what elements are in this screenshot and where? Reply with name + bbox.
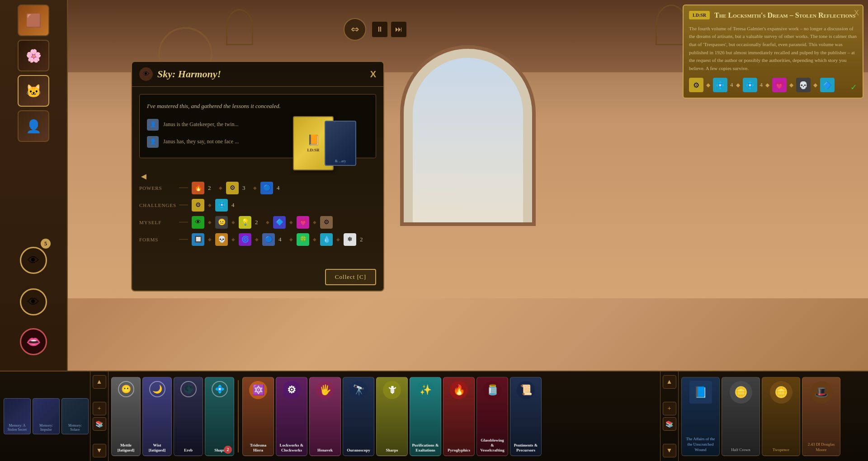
shapt-face: 💠 — [212, 381, 228, 397]
forms-icon-3[interactable]: 🌀 — [239, 233, 251, 246]
myself-icon-2[interactable]: 😐 — [215, 216, 228, 229]
panel-divider-2: ◆ — [736, 82, 740, 89]
panel-icon-2[interactable]: 💠 — [713, 78, 727, 92]
book-icon-btn[interactable]: 📚 — [93, 417, 106, 431]
memory-card-3[interactable]: Memory: Solace — [61, 398, 89, 434]
book-icon-btn-right[interactable]: 📚 — [663, 417, 676, 431]
sidebar-card-4[interactable]: 👤 — [18, 110, 49, 142]
myself-icon-6[interactable]: ⚙ — [320, 216, 333, 229]
forms-icon-5[interactable]: 🍀 — [297, 233, 309, 246]
forms-icon-7[interactable]: ❄ — [344, 233, 356, 246]
sidebar-card-2[interactable]: 🌸 — [18, 40, 49, 71]
challenges-icon-2[interactable]: 💠 — [215, 199, 228, 212]
arrow-up-right-icon: ▲ — [666, 378, 673, 386]
sidebar-card-3[interactable]: 🐱 — [18, 75, 49, 107]
panel-icon-4[interactable]: 💗 — [772, 78, 787, 92]
panel-divider-5: ◆ — [813, 82, 817, 89]
myself-diamond-4: ◆ — [289, 220, 293, 225]
myself-icon-5[interactable]: 💗 — [297, 216, 309, 229]
pause-icon: ⏸ — [376, 25, 383, 33]
book-info-panel: X LD:SR The Locksmith's Dream – Stolen R… — [683, 5, 863, 99]
myself-icon-3[interactable]: 💡 — [239, 216, 251, 229]
toolbar-gear-btn-1[interactable]: ⇔ — [344, 18, 366, 41]
person-icon-2: 👤 — [150, 138, 156, 145]
forms-icon-2[interactable]: 💀 — [215, 233, 228, 246]
skill-sharps[interactable]: 🗡 Sharps — [376, 377, 408, 456]
powers-icon-2[interactable]: ⚙ — [226, 182, 239, 194]
skill-lockworks[interactable]: ⚙ Lockworks & Clockworks — [276, 377, 307, 456]
sidebar-lip-icon[interactable]: 👄 — [20, 328, 47, 355]
skill-henavek[interactable]: 🖐 Henavek — [309, 377, 341, 456]
book-badge: LD:SR — [689, 11, 710, 19]
book-panel-icons: ⚙ ◆ 💠 4 ◆ 💠 4 ◆ 💗 ◆ 💀 ◆ 🔷 — [689, 78, 857, 92]
nav-arrow-down-right[interactable]: ▼ — [663, 444, 676, 457]
skill-card-shapt[interactable]: 💠 Shapt 2 — [205, 377, 234, 456]
card-display-area: 📙 LD:SR & ...ary — [284, 98, 365, 188]
book-panel-header: LD:SR The Locksmith's Dream – Stolen Ref… — [689, 11, 857, 20]
list-item-2-icon: 👤 — [147, 136, 159, 148]
powers-icon-3[interactable]: 🔵 — [260, 182, 273, 194]
skill-pentiments[interactable]: 📜 Pentiments & Precursors — [510, 377, 542, 456]
memory-card-1-text: Memory: A Stolen Secret — [6, 423, 28, 432]
forms-row: Forms 🔲 ◆ 💀 ◆ 🌀 ◆ 🔵 4 ◆ 🍀 ◆ 💧 ◆ ❄ 2 — [139, 233, 376, 246]
collect-button[interactable]: Collect [C] — [325, 269, 376, 285]
myself-icon-1[interactable]: 👁 — [192, 216, 204, 229]
nav-arrow-down-left[interactable]: ▼ — [93, 444, 106, 457]
top-toolbar: ⇔ ⏸ ⏭ — [72, 5, 678, 54]
skill-glassblowing[interactable]: 🫙 Glassblowing & Vesselcrafting — [476, 377, 508, 456]
pause-button[interactable]: ⏸ — [372, 21, 388, 38]
sidebar-eye-2[interactable]: 👁 — [20, 288, 47, 315]
sidebar-eye-icon[interactable]: 👁 — [20, 247, 47, 274]
forms-icon-6[interactable]: 💧 — [320, 233, 333, 246]
ereb-face: 🌑 — [180, 381, 197, 397]
panel-icon-6[interactable]: 🔷 — [820, 78, 835, 92]
myself-diamond-5: ◆ — [313, 220, 316, 225]
skill-ouranoscopy[interactable]: 🔭 Ouranoscopy — [343, 377, 374, 456]
panel-icon-5[interactable]: 💀 — [796, 78, 811, 92]
inventory-card-twopence[interactable]: 🪙 Twopence — [762, 377, 800, 456]
myself-icon-4[interactable]: 🔷 — [273, 216, 286, 229]
inventory-card-moore[interactable]: 🎩 2.43 DI Douglas Moore — [802, 377, 840, 456]
skill-card-wist[interactable]: 🌙 Wist [fatigued] — [142, 377, 172, 456]
panel-number-1: 4 — [730, 81, 733, 89]
inventory-card-affairs[interactable]: 📘 The Affairs of the the Unscratched Wou… — [681, 377, 720, 456]
skill-purifications[interactable]: ✨ Purifications & Exaltations — [410, 377, 441, 456]
forward-button[interactable]: ⏭ — [391, 21, 407, 38]
powers-icon-1[interactable]: 🔥 — [192, 182, 204, 194]
dialog-close-button[interactable]: X — [370, 69, 376, 80]
henavek-icon: 🖐 — [316, 381, 334, 399]
game-background: 🟫 🌸 🐱 👤 👁 5 👁 👄 — [0, 0, 868, 461]
eye-icon: 👁 — [142, 70, 150, 78]
nav-arrow-up-right[interactable]: ▲ — [663, 375, 676, 389]
nav-arrow-up-left[interactable]: ▲ — [93, 375, 106, 389]
book-card-secondary[interactable]: & ...ary — [325, 121, 356, 166]
memory-card-1[interactable]: Memory: A Stolen Secret — [4, 398, 31, 434]
memory-card-2[interactable]: Memory: Impulse — [33, 398, 60, 434]
memory-card-2-text: Memory: Impulse — [35, 423, 57, 432]
add-icon-btn[interactable]: + — [93, 402, 106, 415]
powers-label: Powers — [139, 185, 175, 191]
book-panel-close-button[interactable]: X — [854, 9, 859, 17]
person-icon: 👤 — [150, 121, 156, 128]
toolbar-gears: ⇔ ⏸ ⏭ — [344, 18, 407, 41]
panel-icon-3[interactable]: 💠 — [743, 78, 757, 92]
forms-diamond-3: ◆ — [255, 237, 259, 242]
affairs-card-label: The Affairs of the the Unscratched Wound — [682, 437, 719, 452]
powers-diamond-2: ◆ — [253, 185, 257, 190]
add-icon-btn-right[interactable]: + — [663, 402, 676, 415]
forms-icon-4[interactable]: 🔵 — [262, 233, 275, 246]
skill-card-mettle[interactable]: 😶 Mettle [fatigued] — [111, 377, 141, 456]
forms-divider — [179, 239, 188, 240]
forms-icon-1[interactable]: 🔲 — [192, 233, 204, 246]
challenges-icon-1[interactable]: ⚙ — [192, 199, 204, 212]
skill-card-ereb[interactable]: 🌑 Ereb — [174, 377, 203, 456]
inventory-card-halfcrown[interactable]: 🪙 Half Crown — [722, 377, 760, 456]
panel-icon-1[interactable]: ⚙ — [689, 78, 703, 92]
dialog-nav-arrow[interactable]: ◄ — [139, 171, 148, 182]
bottom-right-inventory: 📘 The Affairs of the the Unscratched Wou… — [678, 372, 868, 461]
sidebar-card-1[interactable]: 🟫 — [18, 5, 49, 36]
skill-tridesma[interactable]: 🔯 Tridesma Hiera — [242, 377, 274, 456]
moore-card-label: 2.43 DI Douglas Moore — [802, 442, 840, 452]
panel-divider-1: ◆ — [706, 82, 710, 89]
skill-pyroglyphics[interactable]: 🔥 Pyroglyphics — [443, 377, 475, 456]
